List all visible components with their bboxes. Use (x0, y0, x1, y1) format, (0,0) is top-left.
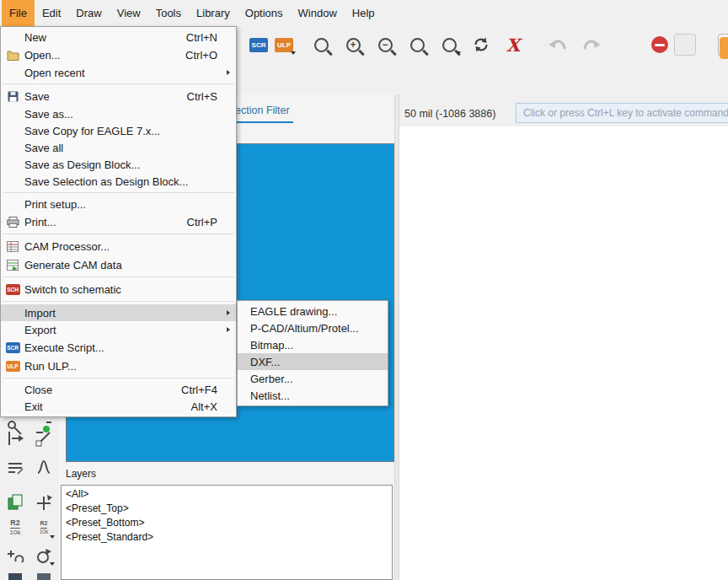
delete-button[interactable]: X (500, 32, 526, 57)
menu-item-shortcut: Alt+X (191, 400, 236, 413)
menu-item-print[interactable]: Print... Ctrl+P (1, 212, 236, 231)
layer-list-item[interactable]: <Preset_Standard> (62, 530, 392, 545)
menu-item-exit[interactable]: Exit Alt+X (1, 398, 236, 415)
dropdown-arrow-icon (291, 51, 296, 55)
menu-item-save-design-block[interactable]: Save as Design Block... (1, 156, 236, 173)
run-ulp-button[interactable]: ULP (271, 32, 297, 57)
menu-item-save-all[interactable]: Save all (1, 139, 236, 156)
submenu-item-pcad-altium-protel[interactable]: P-CAD/Altium/Protel... (238, 320, 388, 336)
zoom-redraw-icon (410, 38, 425, 52)
zoom-redraw-button[interactable] (404, 32, 430, 57)
undo-button[interactable] (546, 32, 571, 57)
menu-separator (3, 234, 234, 234)
submenu-item-label: P-CAD/Altium/Protel... (250, 322, 359, 335)
menu-item-export[interactable]: Export (1, 321, 236, 338)
name-tool-value: 10k (10, 529, 21, 537)
menu-library[interactable]: Library (189, 0, 238, 26)
submenu-item-gerber[interactable]: Gerber... (238, 370, 388, 387)
move-tool-button[interactable] (32, 491, 56, 514)
zoom-select-button[interactable] (436, 32, 462, 57)
menu-window[interactable]: Window (291, 0, 345, 26)
menu-draw[interactable]: Draw (68, 0, 109, 26)
rotate-tool-button[interactable] (32, 545, 56, 568)
menu-separator (3, 192, 234, 193)
execute-script-button[interactable]: SCR (246, 32, 271, 57)
menu-item-cam-processor[interactable]: CAM Processor... (1, 237, 236, 255)
scr-badge-icon: SCR (1, 342, 24, 353)
menu-help[interactable]: Help (345, 0, 383, 26)
menu-separator (3, 277, 234, 277)
meander-tool-button[interactable] (3, 455, 27, 479)
tool-button-partial-1[interactable] (3, 568, 27, 580)
menu-item-save-copy-eagle7[interactable]: Save Copy for EAGLE 7.x... (1, 122, 236, 139)
submenu-item-dxf[interactable]: DXF... (238, 353, 388, 370)
menu-item-open[interactable]: Open... Ctrl+O (1, 46, 236, 64)
zoom-in-button[interactable]: + (340, 32, 366, 57)
menubar: File Edit Draw View Tools Library Option… (0, 0, 728, 26)
zoom-select-icon (442, 38, 457, 52)
menu-tools[interactable]: Tools (148, 0, 189, 26)
pin-tool-button[interactable] (3, 427, 27, 450)
menu-item-generate-cam-data[interactable]: Generate CAM data (1, 255, 236, 274)
value-tool-button[interactable]: R2 10k (32, 514, 56, 541)
command-line-input[interactable] (516, 103, 728, 123)
menu-edit[interactable]: Edit (35, 0, 68, 26)
zoom-out-button[interactable]: − (372, 32, 398, 57)
menu-item-switch-to-schematic[interactable]: SCH Switch to schematic (1, 280, 236, 298)
submenu-item-bitmap[interactable]: Bitmap... (238, 336, 388, 353)
menu-options[interactable]: Options (238, 0, 291, 26)
menu-item-save-selection-design-block[interactable]: Save Selection as Design Block... (1, 173, 236, 190)
name-tool-button[interactable]: R2 10k (3, 514, 27, 541)
line-tool-button[interactable] (32, 427, 56, 450)
menu-item-new[interactable]: New Ctrl+N (1, 29, 236, 46)
menu-item-save-as[interactable]: Save as... (1, 105, 236, 122)
layer-list-item[interactable]: <All> (62, 487, 392, 502)
menu-item-print-setup[interactable]: Print setup... (1, 196, 236, 212)
submenu-item-eagle-drawing[interactable]: EAGLE drawing... (238, 303, 388, 320)
copy-tool-button[interactable] (3, 491, 27, 514)
layer-list-item[interactable]: <Preset_Top> (62, 502, 392, 516)
board-canvas[interactable] (399, 126, 728, 580)
pinswap-tool-button[interactable] (3, 545, 27, 568)
dropdown-arrow-icon (456, 51, 461, 55)
clipped-toolbar-button[interactable] (720, 37, 728, 59)
menu-item-label: Save Selection as Design Block... (24, 175, 188, 188)
layer-list-item[interactable]: <Preset_Bottom> (62, 516, 392, 530)
menu-item-label: Print... (24, 216, 56, 228)
menu-item-close[interactable]: Close Ctrl+F4 (1, 381, 236, 398)
menu-item-label: Open... (24, 49, 61, 62)
menu-item-label: Switch to schematic (24, 283, 121, 296)
submenu-arrow-icon (227, 310, 230, 315)
sine-wave-icon (35, 458, 53, 476)
menu-separator (3, 83, 234, 84)
import-submenu: EAGLE drawing... P-CAD/Altium/Protel... … (237, 300, 388, 406)
zoom-out-icon: − (378, 38, 393, 52)
signal-wave-tool-button[interactable] (32, 455, 56, 479)
sch-badge-icon: SCH (1, 284, 24, 295)
zoom-to-fit-button[interactable] (308, 32, 334, 57)
menu-item-label: Save (24, 90, 50, 103)
menu-separator (3, 301, 234, 302)
blank-icon (674, 34, 696, 56)
refresh-button[interactable] (468, 32, 494, 57)
menu-view[interactable]: View (110, 0, 148, 26)
save-icon (1, 91, 24, 102)
generate-cam-icon (1, 260, 24, 271)
submenu-item-netlist[interactable]: Netlist... (238, 387, 388, 404)
menu-item-label: Save Copy for EAGLE 7.x... (24, 125, 160, 137)
menu-file[interactable]: File (2, 0, 35, 26)
menu-item-open-recent[interactable]: Open recent (1, 64, 236, 81)
plus-swap-icon (6, 547, 24, 566)
menu-item-save[interactable]: Save Ctrl+S (1, 87, 236, 105)
menu-item-import[interactable]: Import (1, 304, 236, 321)
menu-item-label: Export (24, 324, 56, 336)
ulp-icon: ULP (275, 38, 293, 52)
menu-item-label: Save as... (24, 108, 73, 121)
redo-button[interactable] (578, 32, 603, 57)
menu-item-execute-script[interactable]: SCR Execute Script... (1, 338, 236, 357)
menu-item-run-ulp[interactable]: ULP Run ULP... (1, 357, 236, 375)
stop-button[interactable] (647, 32, 672, 57)
tool-button-partial-2[interactable] (32, 568, 56, 580)
submenu-item-label: EAGLE drawing... (250, 305, 337, 318)
undo-icon (549, 38, 569, 51)
